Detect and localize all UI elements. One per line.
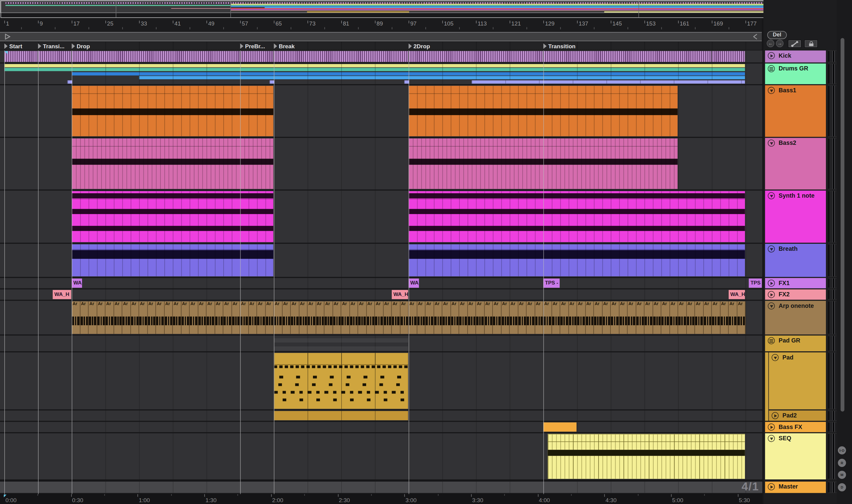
- scroll-left-chevron-icon[interactable]: [753, 34, 758, 40]
- clip[interactable]: [409, 191, 745, 242]
- clip[interactable]: Ar: [325, 301, 333, 334]
- redo-arrow-button[interactable]: →: [776, 40, 784, 47]
- clip[interactable]: WA_H: [72, 278, 82, 288]
- vertical-scrollbar[interactable]: [840, 38, 845, 411]
- clip[interactable]: Ar: [114, 301, 122, 334]
- fold-chevron-icon[interactable]: [771, 354, 779, 361]
- clip[interactable]: Ar: [627, 301, 636, 334]
- play-circle-icon[interactable]: [768, 424, 775, 431]
- scrub-area[interactable]: [0, 32, 762, 41]
- mixer-section-toggle-m[interactable]: M: [838, 471, 846, 479]
- track-lane-master[interactable]: 4/1: [0, 482, 762, 493]
- clip[interactable]: Ar: [686, 301, 695, 334]
- clip[interactable]: Ar: [695, 301, 703, 334]
- clip[interactable]: Ar: [720, 301, 729, 334]
- clip[interactable]: Ar: [316, 301, 325, 334]
- clip[interactable]: Ar: [417, 301, 425, 334]
- clip[interactable]: Ar: [476, 301, 485, 334]
- clip[interactable]: Ar: [97, 301, 105, 334]
- track-header-fx2[interactable]: FX2: [765, 289, 826, 300]
- lock-envelopes-button[interactable]: [804, 40, 818, 48]
- arrangement-overview[interactable]: [0, 0, 773, 13]
- clip[interactable]: Ar: [148, 301, 156, 334]
- track-lane-drums-gr[interactable]: [0, 64, 762, 84]
- clip[interactable]: Ar: [434, 301, 442, 334]
- clip[interactable]: Ar: [552, 301, 560, 334]
- clip[interactable]: Ar: [619, 301, 628, 334]
- clip[interactable]: Ar: [526, 301, 535, 334]
- track-header-pad-gr[interactable]: Pad GR: [765, 336, 826, 351]
- clip[interactable]: [274, 336, 408, 351]
- clip[interactable]: [543, 422, 576, 431]
- clip[interactable]: Ar: [240, 301, 248, 334]
- track-header-kick[interactable]: Kick: [765, 50, 826, 62]
- clip[interactable]: Ar: [181, 301, 190, 334]
- clip[interactable]: Ar: [729, 301, 737, 334]
- clip[interactable]: Ar: [308, 301, 316, 334]
- fold-chevron-icon[interactable]: [768, 302, 775, 309]
- clip[interactable]: WA_H: [409, 278, 419, 288]
- clip[interactable]: [409, 51, 543, 62]
- clip[interactable]: Ar: [215, 301, 223, 334]
- clip[interactable]: [72, 51, 240, 62]
- clip[interactable]: Ar: [594, 301, 603, 334]
- track-lane-bass-fx[interactable]: [0, 422, 762, 432]
- track-header-breath[interactable]: Breath: [765, 244, 826, 277]
- clip[interactable]: [274, 353, 408, 409]
- clip[interactable]: TPS -: [543, 278, 560, 288]
- clip[interactable]: Ar: [122, 301, 131, 334]
- clip[interactable]: [472, 80, 745, 84]
- clip[interactable]: Ar: [248, 301, 257, 334]
- track-header-pad[interactable]: Pad: [769, 353, 826, 410]
- clip[interactable]: Ar: [484, 301, 493, 334]
- track-lane-synth-1-note[interactable]: [0, 191, 762, 243]
- clip[interactable]: [409, 245, 745, 276]
- undo-arrow-button[interactable]: ←: [767, 40, 774, 47]
- locator-flag[interactable]: Start: [4, 42, 22, 50]
- clip[interactable]: Ar: [139, 301, 148, 334]
- clip[interactable]: Ar: [543, 301, 552, 334]
- play-circle-icon[interactable]: [771, 412, 779, 419]
- clip[interactable]: Ar: [400, 301, 409, 334]
- clip[interactable]: Ar: [80, 301, 89, 334]
- clip[interactable]: Ar: [131, 301, 139, 334]
- clip[interactable]: Ar: [88, 301, 97, 334]
- clip[interactable]: [543, 51, 711, 62]
- clip[interactable]: [72, 139, 273, 189]
- track-lane-pad-gr[interactable]: [0, 336, 762, 351]
- fold-chevron-icon[interactable]: [768, 435, 775, 442]
- clip[interactable]: Ar: [509, 301, 518, 334]
- track-lane-bass1[interactable]: [0, 85, 762, 137]
- clip[interactable]: Ar: [442, 301, 451, 334]
- track-header-pad2[interactable]: Pad2: [769, 411, 826, 421]
- clip[interactable]: Ar: [493, 301, 501, 334]
- track-header-drums-gr[interactable]: Drums GR: [765, 64, 826, 84]
- track-header-synth-1-note[interactable]: Synth 1 note: [765, 191, 826, 243]
- track-lane-kick[interactable]: [0, 50, 762, 62]
- track-header-fx1[interactable]: FX1: [765, 278, 826, 288]
- clip[interactable]: WA_H: [392, 290, 408, 299]
- clip[interactable]: TPS -: [749, 278, 762, 288]
- clip[interactable]: Ar: [257, 301, 265, 334]
- locator-row[interactable]: StartTransi...DropPreBr...Break2DropTran…: [0, 42, 762, 50]
- delete-button[interactable]: Del: [767, 31, 787, 39]
- clip[interactable]: Ar: [207, 301, 215, 334]
- clip[interactable]: [72, 245, 273, 276]
- clip[interactable]: Ar: [712, 301, 720, 334]
- clip[interactable]: Ar: [333, 301, 341, 334]
- clip[interactable]: Ar: [366, 301, 375, 334]
- clip[interactable]: Ar: [392, 301, 400, 334]
- clip[interactable]: Ar: [198, 301, 207, 334]
- clip[interactable]: Ar: [156, 301, 164, 334]
- clip[interactable]: [240, 51, 273, 62]
- track-lane-pad2[interactable]: [0, 411, 762, 421]
- clip[interactable]: Ar: [232, 301, 240, 334]
- clip[interactable]: Ar: [341, 301, 350, 334]
- clip[interactable]: Ar: [560, 301, 569, 334]
- beat-time-ruler[interactable]: 1917253341495765738189971051131211291371…: [0, 19, 762, 32]
- clip[interactable]: [38, 51, 71, 62]
- play-circle-icon[interactable]: [768, 52, 775, 59]
- clip[interactable]: Ar: [459, 301, 468, 334]
- track-header-master[interactable]: Master: [765, 482, 826, 493]
- mixer-section-toggle-d[interactable]: D: [838, 483, 846, 491]
